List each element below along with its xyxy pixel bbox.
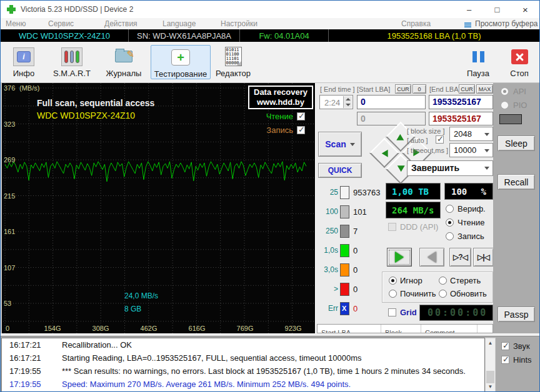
counter-row: >0: [316, 282, 384, 296]
end-lba-input[interactable]: 1953525167: [429, 95, 493, 109]
x-tick: 0: [6, 325, 9, 332]
cursor-speed: 24,0 MB/s: [124, 292, 158, 300]
timeout-select[interactable]: 10000: [449, 143, 493, 157]
error-swatch: X: [340, 302, 349, 315]
seek-error-icon: ▷?◁: [453, 253, 468, 262]
counter-swatch: [340, 244, 349, 257]
write-checkbox[interactable]: [297, 126, 305, 134]
sleep-button[interactable]: Sleep: [498, 135, 535, 151]
counter-row: ErrX0: [316, 301, 384, 315]
log-line-speed: 17:19:55Speed: Maximum 270 MB/s. Average…: [2, 378, 484, 391]
counter-swatch: [340, 225, 349, 238]
start-lba-zero-button[interactable]: 0: [412, 84, 426, 94]
stop-icon: [511, 49, 528, 64]
scrollbar-thumb[interactable]: [486, 371, 494, 383]
testing-button[interactable]: + Тестирование: [151, 45, 211, 79]
info-button[interactable]: i Инфо: [6, 45, 42, 78]
mode-read-radio[interactable]: Чтение: [446, 218, 484, 227]
auto-checkbox[interactable]: [436, 135, 444, 144]
seek-end-icon: ▷|◁: [478, 253, 489, 262]
end-lba-max-button[interactable]: MAX: [476, 84, 493, 94]
y-tick: 269: [4, 156, 15, 164]
hints-checkbox[interactable]: Hints: [501, 355, 532, 365]
grid-checkbox[interactable]: Grid: [388, 308, 417, 317]
log-scrollbar[interactable]: ▲ ▼: [485, 338, 496, 392]
logs-button[interactable]: ✎ Журналы: [102, 45, 146, 78]
menu-item-language[interactable]: Language: [162, 19, 196, 28]
api-radio[interactable]: API: [501, 87, 526, 96]
ddd-api-checkbox[interactable]: DDD (API): [388, 222, 438, 232]
mode-verify-radio[interactable]: Вериф.: [446, 204, 486, 213]
maximize-button[interactable]: □: [483, 1, 511, 18]
toolbar: i Инфо S.M.A.R.T ✎ Журналы + Тестировани…: [1, 42, 539, 83]
start-lba-cur-button[interactable]: CUR: [395, 84, 411, 94]
end-lba-cur-button[interactable]: CUR: [459, 84, 475, 94]
mode-write-radio[interactable]: Запись: [446, 232, 484, 241]
menu-item-actions[interactable]: Действия: [104, 19, 138, 28]
pause-button[interactable]: Пауза: [461, 45, 496, 78]
minimize-button[interactable]: –: [455, 1, 483, 18]
y-tick: 376: [4, 84, 15, 92]
device-serial: SN: WD-WX61AA8PJA8A: [129, 29, 240, 42]
counter-row: 2507: [316, 224, 384, 238]
start-lba-label: [Start LBA]: [357, 86, 390, 93]
start-lba-input[interactable]: 0: [357, 95, 426, 109]
passport-button[interactable]: Passp: [498, 306, 535, 322]
menu-item-settings[interactable]: Настройки: [221, 19, 258, 28]
app-window: Victoria 5.23 HDD/SSD | Device 2 – □ × М…: [0, 0, 540, 392]
scan-button[interactable]: Scan: [318, 132, 362, 157]
device-model: WDC WD10SPZX-24Z10: [1, 29, 129, 42]
menu-item-help[interactable]: Справка: [401, 19, 431, 28]
menu-item-menu[interactable]: Меню: [6, 19, 26, 28]
pio-radio[interactable]: PIO: [501, 100, 527, 110]
counter-row: 100101: [316, 205, 384, 218]
x-tick: 462G: [141, 325, 158, 332]
smart-button[interactable]: S.M.A.R.T: [49, 45, 94, 78]
folder-icon: ✎: [115, 51, 132, 62]
scroll-up-icon[interactable]: ▲: [486, 338, 495, 348]
progress-display: 100%: [444, 183, 493, 200]
device-firmware: Fw: 04.01A04: [240, 29, 329, 42]
end-lba-secondary-input[interactable]: 1953525167: [429, 112, 493, 125]
window-title: Victoria 5.23 HDD/SSD | Device 2: [21, 5, 133, 14]
action-repair-radio[interactable]: Починить: [389, 289, 436, 298]
seek-end-button[interactable]: ▷|◁: [473, 248, 494, 267]
status-color-swatch: [499, 114, 522, 124]
action-ignore-radio[interactable]: Игнор: [389, 276, 422, 285]
back-icon: [428, 252, 436, 263]
graph-subtitle: WDC WD10SPZX-24Z10: [37, 110, 135, 120]
scan-control-panel: [ End time ] [Start LBA] [End LBA] CUR 0…: [315, 83, 493, 333]
stop-button[interactable]: Стоп: [503, 45, 536, 78]
legend-read: Чтение: [266, 112, 305, 121]
quick-button[interactable]: QUICK: [318, 163, 362, 178]
end-lba-label: [End LBA]: [429, 86, 461, 93]
timer-display: 00:00:00: [419, 305, 493, 321]
action-refresh-radio[interactable]: Обновить: [439, 289, 487, 298]
menu-item-service[interactable]: Сервис: [48, 19, 74, 28]
seek-error-button[interactable]: ▷?◁: [449, 248, 471, 267]
x-tick: 769G: [237, 325, 254, 332]
close-button[interactable]: ×: [511, 1, 539, 18]
timeout-label: [ timeout,ms ]: [407, 147, 448, 154]
finish-action-select[interactable]: Завершить: [407, 160, 493, 176]
y-tick: 215: [4, 192, 15, 200]
action-erase-radio[interactable]: Стереть: [439, 276, 481, 285]
x-tick: 923G: [285, 325, 302, 332]
menu-item-buffer-view[interactable]: Просмотр буфера: [464, 19, 538, 28]
end-time-spinner[interactable]: 2:24: [319, 95, 353, 109]
block-size-select[interactable]: 2048: [449, 127, 493, 141]
spinner-arrows-icon[interactable]: [343, 96, 352, 108]
back-button[interactable]: [419, 248, 444, 267]
main-area: 376 (MB/s) 323 269 215 161 107 53 0 154G…: [1, 83, 540, 333]
log-bar: 16:17:21Recallibration... OK 16:17:21Sta…: [1, 336, 540, 392]
editor-button[interactable]: 010110110011101000001 Редактор: [212, 45, 254, 78]
log-line: 17:19:55*** Scan results: no warnings, n…: [2, 365, 484, 378]
scroll-down-icon[interactable]: ▼: [486, 382, 495, 391]
read-checkbox[interactable]: [297, 112, 305, 120]
recall-button[interactable]: Recall: [498, 174, 535, 190]
app-icon: [7, 5, 16, 14]
menu-bar: Меню Сервис Действия Language Настройки …: [1, 18, 539, 29]
play-button[interactable]: [387, 248, 412, 267]
capacity-display: 1,00 TB: [386, 183, 441, 200]
sound-checkbox[interactable]: Звук: [501, 341, 530, 351]
